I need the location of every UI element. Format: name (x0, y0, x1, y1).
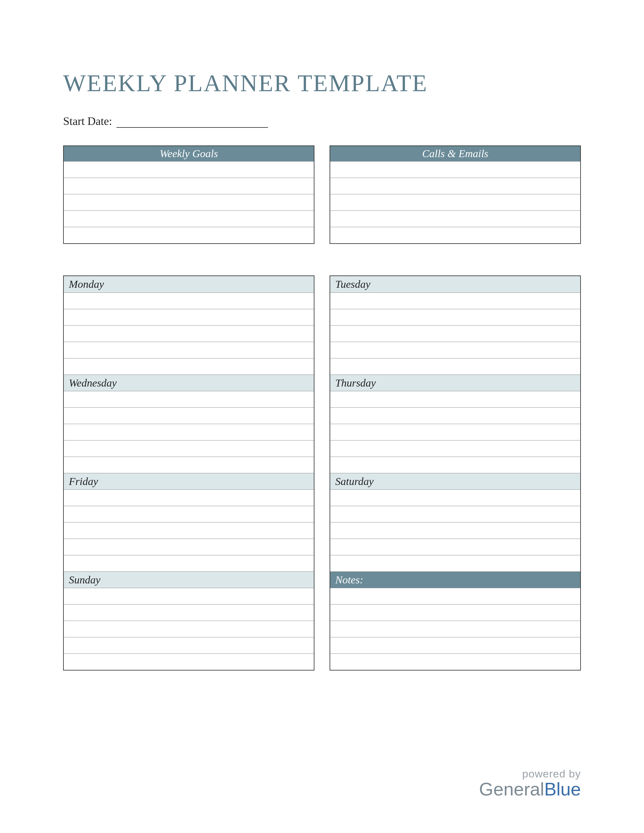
entry-line[interactable] (330, 407, 580, 424)
entry-line[interactable] (330, 161, 580, 178)
entry-line[interactable] (64, 489, 314, 506)
start-date-label: Start Date: (63, 114, 112, 128)
entry-line[interactable] (64, 424, 314, 440)
entry-line[interactable] (64, 621, 314, 637)
entry-line[interactable] (330, 194, 580, 211)
entry-line[interactable] (64, 604, 314, 621)
entry-line[interactable] (330, 227, 580, 243)
entry-line[interactable] (64, 506, 314, 522)
entry-line[interactable] (330, 309, 580, 325)
day-header: Tuesday (330, 276, 580, 293)
entry-line[interactable] (64, 227, 314, 243)
day-tuesday: Tuesday (330, 276, 580, 375)
start-date-input-line[interactable] (116, 116, 268, 128)
right-days-box: Tuesday Thursday Saturday (330, 275, 581, 671)
entry-line[interactable] (64, 653, 314, 670)
day-header: Sunday (64, 571, 314, 588)
weekly-goals-header: Weekly Goals (64, 146, 314, 161)
day-friday: Friday (64, 473, 314, 571)
brand-logo: GeneralBlue (479, 780, 581, 798)
day-header: Friday (64, 473, 314, 489)
entry-line[interactable] (330, 440, 580, 457)
entry-line[interactable] (64, 293, 314, 309)
entry-line[interactable] (64, 211, 314, 227)
entry-line[interactable] (64, 637, 314, 653)
entry-line[interactable] (64, 457, 314, 473)
start-date-field: Start Date: (63, 114, 581, 128)
entry-line[interactable] (330, 424, 580, 440)
day-header: Thursday (330, 375, 580, 391)
calls-emails-box: Calls & Emails (330, 145, 581, 244)
entry-line[interactable] (64, 588, 314, 604)
day-header: Wednesday (64, 375, 314, 391)
entry-line[interactable] (330, 391, 580, 407)
entry-line[interactable] (64, 407, 314, 424)
entry-line[interactable] (64, 539, 314, 555)
day-wednesday: Wednesday (64, 375, 314, 473)
entry-line[interactable] (64, 161, 314, 178)
powered-by-label: powered by (479, 768, 581, 780)
day-saturday: Saturday (330, 473, 580, 571)
entry-line[interactable] (64, 325, 314, 342)
entry-line[interactable] (330, 506, 580, 522)
entry-line[interactable] (330, 325, 580, 342)
brand-general: General (479, 779, 544, 799)
entry-line[interactable] (330, 604, 580, 621)
entry-line[interactable] (330, 555, 580, 571)
entry-line[interactable] (64, 358, 314, 375)
entry-line[interactable] (330, 539, 580, 555)
brand-blue: Blue (544, 779, 581, 799)
entry-line[interactable] (64, 522, 314, 539)
entry-line[interactable] (330, 342, 580, 358)
entry-line[interactable] (330, 178, 580, 194)
entry-line[interactable] (330, 457, 580, 473)
page-title: WEEKLY PLANNER TEMPLATE (63, 69, 581, 97)
entry-line[interactable] (64, 194, 314, 211)
entry-line[interactable] (330, 358, 580, 375)
notes-header: Notes: (330, 571, 580, 588)
entry-line[interactable] (330, 293, 580, 309)
day-thursday: Thursday (330, 375, 580, 473)
entry-line[interactable] (64, 440, 314, 457)
day-sunday: Sunday (64, 571, 314, 670)
weekly-goals-box: Weekly Goals (63, 145, 314, 244)
entry-line[interactable] (330, 621, 580, 637)
footer-branding: powered by GeneralBlue (479, 768, 581, 798)
day-monday: Monday (64, 276, 314, 375)
day-header: Monday (64, 276, 314, 293)
day-header: Saturday (330, 473, 580, 489)
entry-line[interactable] (330, 489, 580, 506)
entry-line[interactable] (64, 178, 314, 194)
left-days-box: Monday Wednesday Friday (63, 275, 314, 671)
entry-line[interactable] (64, 309, 314, 325)
notes-block: Notes: (330, 571, 580, 670)
entry-line[interactable] (64, 555, 314, 571)
calls-emails-header: Calls & Emails (330, 146, 580, 161)
entry-line[interactable] (330, 637, 580, 653)
entry-line[interactable] (330, 522, 580, 539)
entry-line[interactable] (330, 211, 580, 227)
entry-line[interactable] (64, 342, 314, 358)
entry-line[interactable] (330, 588, 580, 604)
entry-line[interactable] (64, 391, 314, 407)
entry-line[interactable] (330, 653, 580, 670)
